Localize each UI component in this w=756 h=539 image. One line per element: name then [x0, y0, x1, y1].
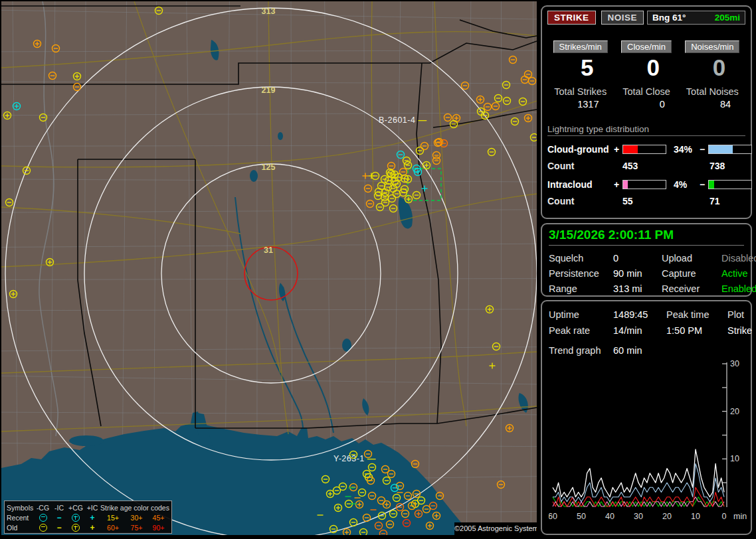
strikes-per-min-value: 5 — [547, 54, 613, 81]
ring-label-313: 313 — [262, 7, 276, 16]
session-trend-panel: Uptime 1489:45 Peak time Plot Peak rate … — [541, 300, 752, 535]
circle-plus-icon — [72, 524, 80, 532]
ic-negative-count: 71 — [709, 196, 745, 206]
ic-count-label: Count — [547, 196, 622, 206]
symbol-legend: Symbols -CG -IC +CG +IC Strike age color… — [4, 501, 172, 534]
plot-value: Strike — [727, 325, 752, 336]
map-canvas: 31321912531 B-2601-4 —Y-263-1 — — [1, 1, 537, 535]
uptime-value: 1489:45 — [613, 309, 666, 320]
ring-label-219: 219 — [262, 86, 276, 95]
svg-text:10: 10 — [691, 512, 700, 521]
close-per-min-value: 0 — [613, 54, 679, 81]
distribution-title: Lightning type distribution — [547, 124, 745, 136]
peak-time-label: Peak time — [666, 309, 727, 320]
total-close-value: 0 — [613, 99, 679, 110]
minus-sign: − — [700, 179, 708, 190]
plus-sign: + — [614, 144, 622, 155]
plus-icon: + — [84, 524, 100, 531]
ic-positive-pct: 4% — [670, 179, 700, 190]
receiver-label: Receiver — [662, 283, 721, 294]
persistence-value: 90 min — [613, 268, 662, 279]
legend-col-neg-cg: -CG — [35, 504, 51, 512]
cg-count-label: Count — [547, 161, 622, 171]
cg-positive-pct: 34% — [670, 144, 700, 155]
circle-plus-icon — [72, 514, 80, 522]
receiver-status-panel: 3/15/2026 2:00:11 PM Squelch 0 Upload Di… — [541, 223, 752, 297]
legend-symbols-label: Symbols — [7, 504, 35, 512]
svg-text:min: min — [733, 512, 747, 521]
noises-per-min-button[interactable]: Noises/min — [685, 40, 739, 53]
plus-icon: + — [84, 514, 100, 521]
peak-time-value: 1:50 PM — [666, 325, 727, 336]
legend-row-recent-label: Recent — [7, 514, 35, 522]
strikes-per-min-button[interactable]: Strikes/min — [553, 40, 608, 53]
age-code-45: 45+ — [147, 514, 169, 522]
age-code-60: 60+ — [100, 524, 126, 532]
datetime-display: 3/15/2026 2:00:11 PM — [549, 228, 744, 246]
range-value: 313 mi — [613, 283, 662, 294]
ring-label-125: 125 — [262, 163, 276, 172]
cloud-ground-label: Cloud-ground — [547, 144, 614, 155]
capture-state: Active — [721, 268, 756, 279]
minus-sign: − — [700, 144, 708, 155]
cg-positive-count: 453 — [622, 161, 709, 171]
legend-row-old-label: Old — [7, 524, 35, 532]
svg-text:20: 20 — [662, 512, 672, 521]
strike-mode-button[interactable]: STRIKE — [547, 11, 596, 25]
cg-positive-bar — [622, 145, 666, 154]
bearing-value: Bng 61° — [652, 13, 686, 23]
upload-label: Upload — [662, 253, 721, 264]
legend-col-pos-cg: +CG — [67, 504, 84, 512]
uptime-label: Uptime — [549, 309, 613, 320]
total-strikes-value: 1317 — [547, 99, 613, 110]
intracloud-label: Intracloud — [547, 179, 614, 190]
svg-text:60: 60 — [549, 512, 557, 521]
age-code-30: 30+ — [126, 514, 147, 522]
svg-text:30: 30 — [730, 359, 739, 368]
legend-col-neg-ic: -IC — [51, 504, 67, 512]
age-code-90: 90+ — [147, 524, 169, 532]
total-noises-value: 84 — [680, 99, 745, 110]
lightning-map[interactable]: 31321912531 B-2601-4 —Y-263-1 — Symbols … — [1, 1, 537, 535]
age-code-75: 75+ — [126, 524, 147, 532]
svg-text:20: 20 — [730, 407, 739, 416]
squelch-value: 0 — [613, 253, 662, 264]
svg-text:10: 10 — [730, 454, 739, 463]
receiver-state: Enabled — [721, 283, 756, 294]
legend-col-pos-ic: +IC — [84, 504, 100, 512]
plus-sign: + — [614, 179, 622, 190]
minus-icon: − — [51, 514, 67, 521]
trend-graph-chart: 1020306050403020100min — [549, 358, 749, 528]
peak-rate-value: 14/min — [613, 325, 666, 336]
ic-negative-bar — [708, 180, 752, 189]
distance-value: 205mi — [715, 13, 740, 23]
total-close-label: Total Close — [613, 86, 679, 97]
noise-mode-button[interactable]: NOISE — [601, 11, 644, 25]
range-label: Range — [549, 283, 613, 294]
plot-label: Plot — [727, 309, 752, 320]
persistence-label: Persistence — [549, 268, 613, 279]
total-noises-label: Total Noises — [680, 86, 745, 97]
close-per-min-button[interactable]: Close/min — [621, 40, 672, 53]
capture-label: Capture — [662, 268, 721, 279]
age-code-15: 15+ — [100, 514, 126, 522]
svg-text:30: 30 — [634, 512, 643, 521]
circle-minus-icon — [39, 524, 47, 532]
squelch-label: Squelch — [549, 253, 613, 264]
ring-label-31: 31 — [264, 246, 273, 255]
trend-graph-value: 60 min — [613, 345, 744, 356]
cg-negative-count: 738 — [709, 161, 745, 171]
legend-age-title: Strike age color codes — [100, 504, 169, 512]
svg-text:0: 0 — [722, 512, 727, 521]
cell-label: Y-263-1 — — [333, 454, 376, 463]
total-strikes-label: Total Strikes — [547, 86, 613, 97]
minus-icon: − — [51, 524, 67, 531]
peak-rate-label: Peak rate — [549, 325, 613, 336]
copyright-text: ©2005 Astrogenic Systems — [454, 522, 537, 535]
svg-text:50: 50 — [577, 512, 586, 521]
cell-label: B-2601-4 — — [379, 116, 426, 125]
ic-positive-bar — [622, 180, 666, 189]
strike-stats-panel: STRIKE NOISE Bng 61° 205mi Strikes/min 5… — [541, 5, 752, 219]
cg-negative-bar — [708, 145, 752, 154]
trend-graph-label: Trend graph — [549, 345, 613, 356]
